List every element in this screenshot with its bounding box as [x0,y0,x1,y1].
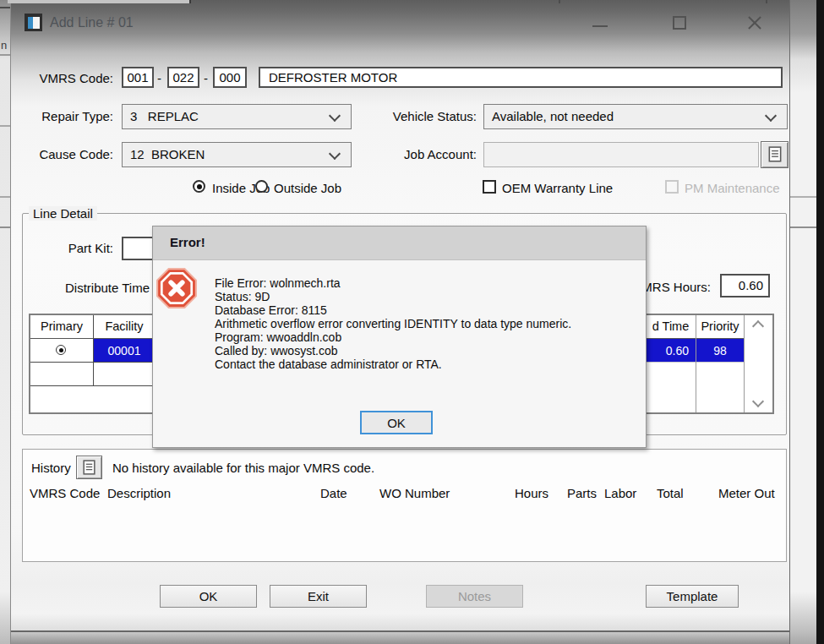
repair-type-select[interactable]: 3 REPLAC [122,104,352,129]
primary-cell[interactable] [30,339,93,362]
repair-type-label: Repair Type: [26,109,113,123]
template-button[interactable]: Template [646,585,739,608]
sliver-line [0,226,10,228]
scroll-up-icon[interactable] [752,320,764,332]
error-line: File Error: wolnmech.rta [215,276,341,290]
error-stop-icon [156,267,198,313]
cause-code-select[interactable]: 12 BROKEN [122,142,352,167]
chevron-down-icon [329,148,341,160]
priority-cell[interactable]: 98 [696,339,744,362]
vmrs-hours-field[interactable]: 0.60 [720,274,770,297]
line-detail-title: Line Detail [29,206,97,221]
document-icon [767,146,783,163]
history-message: No history available for this major VMRS… [112,461,374,475]
minimize-icon[interactable] [592,25,608,27]
job-account-label: Job Account: [373,147,477,161]
history-col-meter-out: Meter Out [718,486,775,500]
job-account-lookup-button[interactable] [761,141,789,168]
vmrs-code-label: VMRS Code: [26,71,113,85]
history-col-vmrs-code: VMRS Code [30,486,100,500]
sliver-line [0,125,10,127]
col-header-time[interactable]: d Time [646,319,696,333]
history-col-description: Description [107,486,171,500]
vehicle-status-label: Vehicle Status: [373,109,477,123]
inside-job-radio[interactable] [193,180,205,193]
history-button[interactable] [76,456,102,479]
scroll-down-icon[interactable] [752,396,764,407]
error-line: Status: 9D [215,290,270,303]
titlebar[interactable]: Add Line # 01 [11,3,790,52]
history-panel: History No history available for this ma… [22,449,787,562]
sliver-line [0,7,10,8]
error-line: Program: wwoaddln.cob [215,330,341,344]
time-cell[interactable]: 0.60 [647,339,696,362]
vmrs-code-part2[interactable]: 022 [167,67,199,88]
background-window-sliver: n [0,0,10,644]
vmrs-separator: - [204,71,208,85]
bottom-status-strip [11,630,790,644]
vmrs-separator: - [157,71,161,85]
error-line: Arithmetic overflow error converting IDE… [215,317,571,330]
error-line: Called by: wwosyst.cob [215,344,338,357]
primary-radio[interactable] [56,345,66,355]
chevron-down-icon [765,110,777,122]
error-dialog-title: Error! [170,235,205,249]
vmrs-description-field[interactable]: DEFROSTER MOTOR [259,67,783,88]
col-header-priority[interactable]: Priority [696,319,744,333]
history-col-total: Total [657,486,684,500]
window-right-margin [789,0,816,644]
history-col-parts: Parts [567,486,597,500]
error-dialog: Error! File Error: wolnmech.rta Status: … [152,226,647,448]
history-label: History [31,461,71,475]
oem-warranty-label: OEM Warranty Line [502,181,613,195]
outside-job-label: Outside Job [274,181,341,195]
maximize-icon[interactable] [673,16,686,30]
error-line: Contact the database administrator or RT… [215,357,442,371]
col-header-facility[interactable]: Facility [94,319,155,333]
history-col-wo-number: WO Number [379,486,450,500]
sliver-line [0,196,10,198]
facility-cell[interactable]: 00001 [94,339,155,362]
sliver-line [0,54,10,56]
col-header-primary[interactable]: Primary [30,319,93,333]
history-col-labor: Labor [604,486,636,500]
screen-edge [816,0,824,644]
vmrs-code-part1[interactable]: 001 [122,67,154,88]
cause-code-label: Cause Code: [26,147,113,161]
sliver-text-fragment: n [1,39,7,52]
distribute-time-label: Distribute Time [65,281,150,295]
chevron-down-icon [329,110,341,122]
error-line: Database Error: 8115 [215,303,327,317]
window-icon [25,14,42,31]
error-dialog-titlebar[interactable]: Error! [153,226,646,260]
part-kit-label: Part Kit: [46,241,113,255]
history-col-date: Date [320,486,347,500]
vehicle-status-select[interactable]: Available, not needed [483,104,788,129]
table-scrollbar[interactable] [745,315,772,412]
notes-button: Notes [426,585,523,608]
job-account-field[interactable] [483,142,759,167]
ok-button[interactable]: OK [160,585,257,608]
oem-warranty-checkbox[interactable] [483,180,496,194]
close-icon[interactable] [745,15,764,30]
window-title: Add Line # 01 [50,15,134,30]
pm-maintenance-checkbox [665,180,679,194]
history-col-hours: Hours [515,486,548,500]
exit-button[interactable]: Exit [270,585,367,608]
document-icon [82,460,96,476]
pm-maintenance-label: PM Maintenance [685,181,780,195]
error-ok-button[interactable]: OK [360,411,433,434]
outside-job-radio[interactable] [255,180,268,193]
vmrs-code-part3[interactable]: 000 [213,67,247,88]
